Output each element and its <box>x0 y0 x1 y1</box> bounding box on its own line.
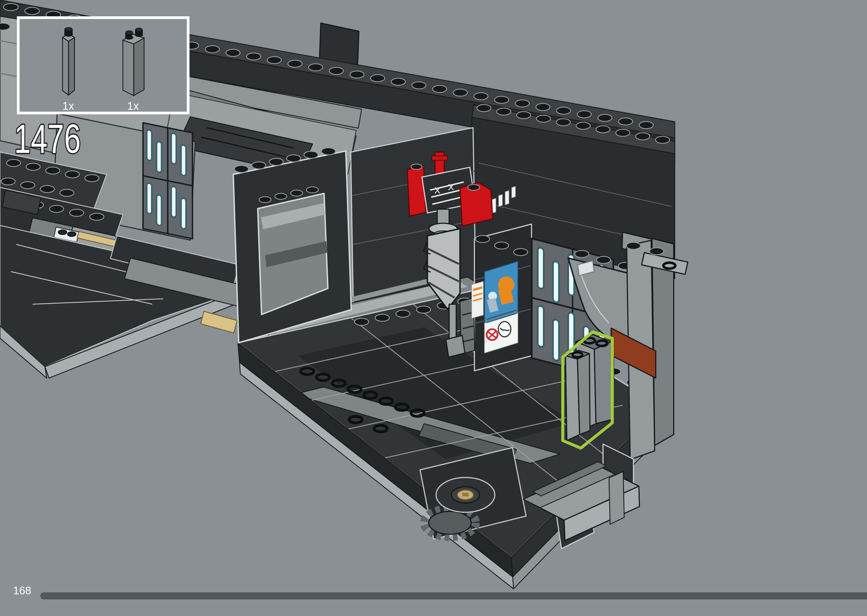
instruction-page: 1x 1x 1476 168 <box>0 0 867 616</box>
quantity-label: 1x <box>62 100 74 112</box>
highlighted-new-parts <box>563 332 612 448</box>
frame-structure <box>233 148 351 343</box>
quantity-label: 1x <box>127 100 139 112</box>
step-number: 1476 <box>14 116 81 162</box>
red-brick-left <box>407 166 426 216</box>
part-brick-1x1x5-icon <box>52 27 85 98</box>
part-item: 1x <box>52 27 85 112</box>
part-item: 1x <box>112 27 155 112</box>
page-number: 168 <box>13 585 31 597</box>
step-number-badge: 1476 <box>10 113 103 162</box>
progress-bar <box>40 592 867 599</box>
wall-panels-left <box>143 123 192 239</box>
parts-callout-box: 1x 1x <box>17 16 189 114</box>
part-brick-1x2x5-icon <box>112 27 155 98</box>
